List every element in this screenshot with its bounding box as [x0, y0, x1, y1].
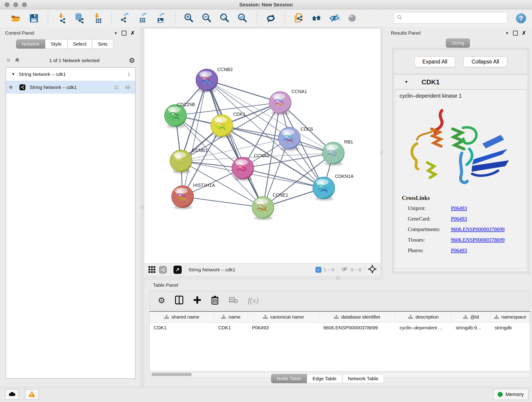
column-header-namespace[interactable]: namespace [491, 312, 530, 322]
tab-style[interactable]: Style [45, 39, 67, 49]
edge-CCNB2-HIST1H1A[interactable] [183, 80, 207, 197]
memory-button[interactable]: Memory [493, 389, 528, 400]
control-panel: Control Panel ▼ ✗ NetworkStyleSelectSets… [0, 27, 140, 387]
crosslink-link[interactable]: 9606.ENSP00000378699 [451, 226, 505, 232]
refresh-view-icon[interactable] [265, 12, 277, 24]
column-header-database-identifier[interactable]: database identifier [319, 312, 395, 322]
collapse-all-button[interactable]: Collapse All [463, 56, 507, 67]
node-RB1[interactable] [322, 142, 344, 166]
tab-string[interactable]: String [446, 38, 470, 48]
open-in-new-window-icon[interactable] [173, 266, 182, 274]
panel-float-icon[interactable] [122, 31, 127, 36]
column-header--id[interactable]: @id [452, 312, 491, 322]
network-view-toolbar: String Network – cdk1 ✓ 1 – 0 0 – 0 [144, 263, 380, 276]
node-HIST1H1A[interactable] [172, 186, 194, 209]
selected-checkbox-icon[interactable]: ✓ [316, 267, 322, 273]
show-columns-icon[interactable] [175, 295, 184, 306]
delete-column-trash-icon[interactable] [211, 295, 219, 306]
left-splitter-handle[interactable] [140, 205, 144, 209]
tab-network-table[interactable]: Network Table [342, 374, 384, 383]
table-settings-gear-icon[interactable]: ⚙ [158, 296, 165, 305]
birdseye-view-icon[interactable] [148, 265, 156, 274]
network-graph[interactable]: CCNB2 CCNA1 CDC25B CDK1 CDC6 RB1 CCNB1 [144, 29, 380, 263]
expand-all-networks-icon[interactable] [14, 57, 20, 64]
help-button[interactable]: ? [516, 13, 526, 23]
node-CCNA1[interactable] [269, 91, 291, 115]
node-CCNB1[interactable] [170, 150, 192, 173]
table-cell[interactable]: CDK1 [150, 322, 214, 333]
expand-all-button[interactable]: Expand All [414, 56, 456, 67]
zoom-selected-icon[interactable] [237, 12, 249, 24]
add-column-icon[interactable] [193, 296, 201, 305]
node-CCNE1[interactable] [252, 196, 274, 220]
column-header-description[interactable]: description [395, 312, 452, 322]
column-header-canonical-name[interactable]: canonical name [248, 312, 319, 322]
bottom-splitter-handle[interactable] [336, 276, 340, 280]
zoom-in-icon[interactable] [183, 12, 195, 24]
gene-section-header[interactable]: ▼ CDK1 [394, 75, 528, 89]
table-cell[interactable]: P06493 [248, 322, 319, 333]
network-options-gear-icon[interactable]: ⚙ [129, 57, 135, 64]
search-input[interactable] [403, 15, 500, 21]
status-bar: Memory [0, 387, 532, 402]
node-CDKN1A[interactable] [313, 177, 335, 201]
table-cell[interactable]: stringdb [491, 322, 530, 333]
edge-CCNB2-CCNE1[interactable] [207, 80, 263, 207]
column-header-name[interactable]: name [214, 312, 248, 322]
panel-close-icon[interactable]: ✗ [131, 31, 135, 35]
results-panel: Results Panel ▼ ✗ String Expand All Coll… [383, 27, 532, 280]
tab-edge-table[interactable]: Edge Table [307, 374, 342, 383]
warning-button[interactable] [25, 389, 39, 400]
zoom-out-icon[interactable] [201, 12, 213, 24]
scrollbar-thumb[interactable] [152, 373, 192, 376]
open-session-icon[interactable] [10, 12, 22, 24]
network-collection-row[interactable]: ▼ String Network – cdk1 1 [6, 68, 135, 81]
export-image-icon[interactable] [155, 12, 167, 24]
network-row[interactable]: String Network – cdk1 11 48 [6, 81, 135, 94]
panel-close-icon[interactable]: ✗ [522, 31, 526, 35]
save-session-icon[interactable] [28, 12, 40, 24]
import-network-file-icon[interactable] [56, 12, 68, 24]
import-table-file-icon[interactable] [92, 12, 104, 24]
crosslink-link[interactable]: 9606.ENSP00000378699 [451, 237, 505, 243]
tab-node-table[interactable]: Node Table [271, 374, 307, 383]
table-cell[interactable]: CDK1 [214, 322, 248, 333]
node-CDC6[interactable] [278, 127, 300, 151]
table-cell[interactable]: 9606.ENSP00000378699 [319, 322, 395, 333]
tab-select[interactable]: Select [67, 39, 92, 49]
hide-selected-icon[interactable] [329, 12, 341, 24]
edge-CCNB2-CCNA1[interactable] [207, 80, 280, 102]
crosslink-link[interactable]: P06493 [451, 216, 467, 222]
show-all-icon[interactable] [346, 12, 358, 24]
crosslink-link[interactable]: P06493 [451, 205, 467, 211]
collapse-all-networks-icon[interactable] [6, 57, 11, 64]
export-table-icon[interactable] [138, 12, 149, 24]
zoom-fit-icon[interactable] [219, 12, 231, 24]
collection-expand-icon[interactable]: ▼ [12, 72, 15, 76]
panel-menu-icon[interactable]: ▼ [114, 31, 118, 35]
import-network-database-icon[interactable] [74, 12, 86, 24]
gene-collapse-icon[interactable]: ▼ [404, 80, 408, 84]
network-canvas[interactable]: CCNB2 CCNA1 CDC25B CDK1 CDC6 RB1 CCNB1 [144, 29, 380, 263]
clone-network-icon[interactable] [293, 12, 305, 24]
export-network-icon[interactable] [120, 12, 132, 24]
table-cell[interactable]: cyclin–dependent ... [395, 322, 452, 333]
first-neighbors-icon[interactable] [311, 12, 323, 24]
node-CDC25B[interactable] [165, 104, 186, 128]
edge-HIST1H1A-CCNE1[interactable] [183, 197, 263, 207]
tab-sets[interactable]: Sets [92, 39, 113, 49]
node-CCNA2[interactable] [232, 157, 254, 181]
panel-menu-icon[interactable]: ▼ [505, 31, 509, 35]
crosslink-link[interactable]: P06493 [451, 248, 467, 254]
column-header-shared-name[interactable]: shared name [150, 312, 214, 322]
panel-float-icon[interactable] [513, 31, 518, 36]
node-table[interactable]: shared namenamecanonical namedatabase id… [149, 311, 530, 371]
table-cell[interactable]: stringdb:9... [452, 322, 491, 333]
cloud-button[interactable] [5, 389, 19, 400]
search-field[interactable] [394, 12, 507, 24]
table-row[interactable]: CDK1CDK1P064939606.ENSP00000378699cyclin… [150, 322, 530, 333]
fit-content-crosshair-icon[interactable] [368, 265, 377, 274]
edge-CCNA2-CDKN1A[interactable] [243, 168, 324, 188]
tab-network[interactable]: Network [16, 39, 45, 49]
string-view-icon[interactable] [159, 266, 167, 274]
